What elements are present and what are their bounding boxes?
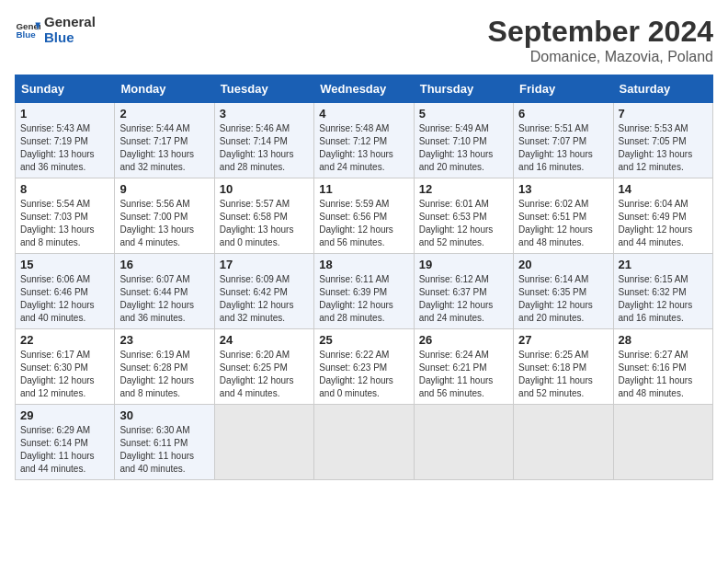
header-wednesday: Wednesday xyxy=(314,75,414,103)
sunset-text: Sunset: 6:18 PM xyxy=(518,362,608,374)
day-number: 1 xyxy=(20,107,109,121)
day-number: 17 xyxy=(220,258,309,271)
daylight-text: Daylight: 12 hours and 32 minutes. xyxy=(220,299,309,325)
day-number: 30 xyxy=(119,408,209,422)
logo: General Blue General Blue xyxy=(15,15,96,45)
logo-line2: Blue xyxy=(44,30,96,46)
calendar-cell: 29Sunrise: 6:29 AMSunset: 6:14 PMDayligh… xyxy=(16,405,115,480)
sunset-text: Sunset: 6:25 PM xyxy=(220,362,309,374)
daylight-text: Daylight: 12 hours and 16 minutes. xyxy=(619,299,708,325)
sunrise-text: Sunrise: 5:43 AM xyxy=(20,122,109,135)
calendar-cell: 20Sunrise: 6:14 AMSunset: 6:35 PMDayligh… xyxy=(514,254,613,329)
title-block: September 2024 Domanice, Mazovia, Poland xyxy=(488,15,713,65)
sunrise-text: Sunrise: 6:14 AM xyxy=(518,273,608,286)
calendar-week-row: 15Sunrise: 6:06 AMSunset: 6:46 PMDayligh… xyxy=(16,254,713,329)
header-monday: Monday xyxy=(115,75,214,103)
sunset-text: Sunset: 6:23 PM xyxy=(319,362,408,374)
day-number: 21 xyxy=(619,258,708,271)
calendar-cell: 18Sunrise: 6:11 AMSunset: 6:39 PMDayligh… xyxy=(314,254,414,329)
calendar-week-row: 8Sunrise: 5:54 AMSunset: 7:03 PMDaylight… xyxy=(16,178,713,254)
calendar-cell: 30Sunrise: 6:30 AMSunset: 6:11 PMDayligh… xyxy=(115,405,214,480)
sunrise-text: Sunrise: 6:07 AM xyxy=(119,273,209,286)
calendar-cell: 12Sunrise: 6:01 AMSunset: 6:53 PMDayligh… xyxy=(414,178,513,254)
sunrise-text: Sunrise: 5:51 AM xyxy=(518,122,608,135)
month-year-title: September 2024 xyxy=(488,15,713,49)
day-number: 6 xyxy=(518,107,608,121)
calendar-cell: 25Sunrise: 6:22 AMSunset: 6:23 PMDayligh… xyxy=(314,329,414,405)
daylight-text: Daylight: 13 hours and 36 minutes. xyxy=(20,148,109,174)
daylight-text: Daylight: 13 hours and 12 minutes. xyxy=(619,148,708,174)
calendar-cell: 23Sunrise: 6:19 AMSunset: 6:28 PMDayligh… xyxy=(115,329,214,405)
calendar-cell: 5Sunrise: 5:49 AMSunset: 7:10 PMDaylight… xyxy=(414,103,513,178)
day-number: 26 xyxy=(419,333,508,347)
sunrise-text: Sunrise: 6:04 AM xyxy=(619,198,708,211)
sunset-text: Sunset: 6:44 PM xyxy=(119,286,209,299)
daylight-text: Daylight: 12 hours and 48 minutes. xyxy=(518,224,608,249)
sunset-text: Sunset: 6:32 PM xyxy=(619,286,708,299)
day-number: 14 xyxy=(619,182,708,196)
calendar-cell: 2Sunrise: 5:44 AMSunset: 7:17 PMDaylight… xyxy=(115,103,214,178)
day-number: 12 xyxy=(419,182,508,196)
day-number: 2 xyxy=(119,107,209,121)
days-header-row: Sunday Monday Tuesday Wednesday Thursday… xyxy=(16,75,713,103)
calendar-cell: 8Sunrise: 5:54 AMSunset: 7:03 PMDaylight… xyxy=(16,178,115,254)
day-number: 7 xyxy=(619,107,708,121)
day-number: 23 xyxy=(119,333,209,347)
calendar-cell: 22Sunrise: 6:17 AMSunset: 6:30 PMDayligh… xyxy=(16,329,115,405)
sunset-text: Sunset: 7:14 PM xyxy=(220,135,309,148)
sunrise-text: Sunrise: 6:30 AM xyxy=(119,424,209,437)
sunrise-text: Sunrise: 5:57 AM xyxy=(220,198,309,211)
header-sunday: Sunday xyxy=(16,75,115,103)
daylight-text: Daylight: 13 hours and 32 minutes. xyxy=(119,148,209,174)
sunrise-text: Sunrise: 6:22 AM xyxy=(319,349,408,362)
daylight-text: Daylight: 11 hours and 52 minutes. xyxy=(518,374,608,400)
day-number: 10 xyxy=(220,182,309,196)
daylight-text: Daylight: 11 hours and 40 minutes. xyxy=(119,450,209,476)
daylight-text: Daylight: 12 hours and 20 minutes. xyxy=(518,299,608,325)
sunrise-text: Sunrise: 6:20 AM xyxy=(220,349,309,362)
sunrise-text: Sunrise: 6:11 AM xyxy=(319,273,408,286)
calendar-cell: 7Sunrise: 5:53 AMSunset: 7:05 PMDaylight… xyxy=(613,103,712,178)
calendar-cell: 15Sunrise: 6:06 AMSunset: 6:46 PMDayligh… xyxy=(16,254,115,329)
svg-text:Blue: Blue xyxy=(16,29,36,40)
calendar-cell: 17Sunrise: 6:09 AMSunset: 6:42 PMDayligh… xyxy=(214,254,313,329)
sunrise-text: Sunrise: 6:24 AM xyxy=(419,349,508,362)
sunset-text: Sunset: 7:19 PM xyxy=(20,135,109,148)
day-number: 3 xyxy=(220,107,309,121)
calendar-cell: 27Sunrise: 6:25 AMSunset: 6:18 PMDayligh… xyxy=(514,329,613,405)
calendar-cell: 3Sunrise: 5:46 AMSunset: 7:14 PMDaylight… xyxy=(214,103,313,178)
calendar-cell xyxy=(514,405,613,480)
daylight-text: Daylight: 12 hours and 8 minutes. xyxy=(119,374,209,400)
calendar-week-row: 29Sunrise: 6:29 AMSunset: 6:14 PMDayligh… xyxy=(16,405,713,480)
sunrise-text: Sunrise: 5:56 AM xyxy=(119,198,209,211)
daylight-text: Daylight: 11 hours and 44 minutes. xyxy=(20,450,109,476)
daylight-text: Daylight: 13 hours and 24 minutes. xyxy=(319,148,408,174)
sunset-text: Sunset: 6:21 PM xyxy=(419,362,508,374)
sunrise-text: Sunrise: 5:46 AM xyxy=(220,122,309,135)
sunrise-text: Sunrise: 6:17 AM xyxy=(20,349,109,362)
calendar-cell xyxy=(613,405,712,480)
sunset-text: Sunset: 6:16 PM xyxy=(619,362,708,374)
calendar-header: Sunday Monday Tuesday Wednesday Thursday… xyxy=(16,75,713,103)
day-number: 29 xyxy=(20,408,109,422)
sunset-text: Sunset: 6:51 PM xyxy=(518,211,608,224)
sunrise-text: Sunrise: 6:27 AM xyxy=(619,349,708,362)
sunset-text: Sunset: 6:28 PM xyxy=(119,362,209,374)
calendar-cell: 1Sunrise: 5:43 AMSunset: 7:19 PMDaylight… xyxy=(16,103,115,178)
sunrise-text: Sunrise: 6:02 AM xyxy=(518,198,608,211)
header-saturday: Saturday xyxy=(613,75,712,103)
sunset-text: Sunset: 6:11 PM xyxy=(119,437,209,450)
daylight-text: Daylight: 12 hours and 4 minutes. xyxy=(220,374,309,400)
daylight-text: Daylight: 12 hours and 56 minutes. xyxy=(319,224,408,249)
sunrise-text: Sunrise: 6:12 AM xyxy=(419,273,508,286)
day-number: 8 xyxy=(20,182,109,196)
logo-icon: General Blue xyxy=(15,17,40,43)
sunrise-text: Sunrise: 6:29 AM xyxy=(20,424,109,437)
sunset-text: Sunset: 6:56 PM xyxy=(319,211,408,224)
sunrise-text: Sunrise: 6:15 AM xyxy=(619,273,708,286)
daylight-text: Daylight: 12 hours and 40 minutes. xyxy=(20,299,109,325)
daylight-text: Daylight: 11 hours and 48 minutes. xyxy=(619,374,708,400)
calendar-body: 1Sunrise: 5:43 AMSunset: 7:19 PMDaylight… xyxy=(16,103,713,480)
sunrise-text: Sunrise: 5:48 AM xyxy=(319,122,408,135)
day-number: 28 xyxy=(619,333,708,347)
